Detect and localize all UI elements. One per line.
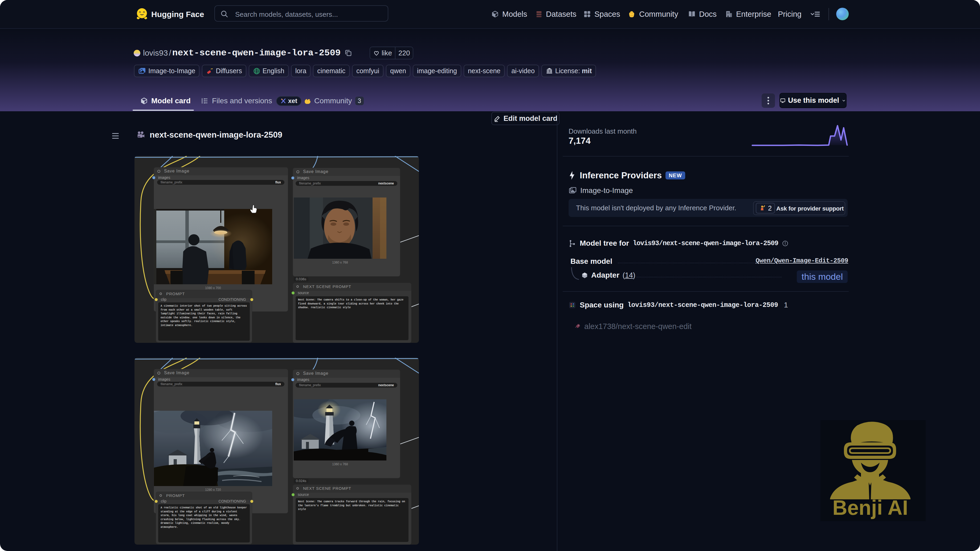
svg-text:Benji AI: Benji AI xyxy=(832,496,908,519)
